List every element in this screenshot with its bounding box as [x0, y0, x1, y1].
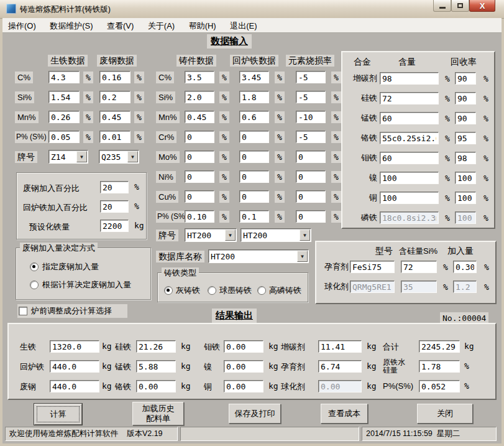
- pig-result-input[interactable]: [50, 340, 99, 353]
- load-history-button[interactable]: 加载历史 配料单: [132, 402, 184, 425]
- return-grade-select[interactable]: HT200 ▼: [241, 228, 311, 242]
- femn-recovery-input[interactable]: [455, 112, 476, 124]
- radio-gray-iron[interactable]: [164, 286, 173, 295]
- close-button[interactable]: X: [469, 0, 495, 12]
- fesi-result-input[interactable]: [136, 340, 176, 353]
- radio-ductile-iron[interactable]: [208, 286, 216, 295]
- burn-mn-input[interactable]: [296, 111, 326, 123]
- fesi-content-input[interactable]: [380, 92, 439, 105]
- return-mo-input[interactable]: [239, 151, 269, 163]
- cast-mo-input[interactable]: [185, 151, 214, 163]
- carburant-recovery-input[interactable]: [455, 72, 476, 85]
- burn-p-input[interactable]: [296, 210, 326, 223]
- agent-row: 孕育剂 % %: [320, 260, 492, 274]
- carburant-content-input[interactable]: [380, 72, 439, 85]
- fecr-result-input[interactable]: [136, 380, 176, 393]
- iron-type-options: 灰铸铁 球墨铸铁 高磷铸铁: [158, 284, 308, 297]
- scrap-si-input[interactable]: [99, 91, 131, 103]
- percent-label: %: [331, 191, 341, 203]
- save-print-button[interactable]: 保存及打印: [229, 404, 281, 424]
- cast-ni-input[interactable]: [185, 170, 214, 183]
- burn-mo-input[interactable]: [296, 151, 326, 163]
- return-c-input[interactable]: [239, 71, 269, 83]
- scrap-p-input[interactable]: [99, 131, 131, 143]
- inoculant-si-input[interactable]: [401, 261, 437, 273]
- return-cu-input[interactable]: [239, 190, 269, 203]
- burn-cr-input[interactable]: [296, 131, 326, 143]
- cast-p-input[interactable]: [185, 210, 214, 223]
- result-label: 钼铁: [204, 341, 220, 353]
- ni-recovery-input[interactable]: [455, 172, 476, 184]
- return-result-input[interactable]: [50, 360, 99, 373]
- menu-exit[interactable]: 退出(E): [224, 18, 262, 32]
- ni-content-input[interactable]: [380, 172, 439, 184]
- return-si-input[interactable]: [239, 91, 269, 103]
- femo-recovery-input[interactable]: [455, 152, 476, 164]
- burn-ni-input[interactable]: [296, 170, 326, 183]
- ps-result-input[interactable]: [419, 380, 460, 393]
- cast-c-input[interactable]: [185, 71, 214, 83]
- pig-si-input[interactable]: [48, 91, 80, 103]
- scrap-mode-option: 根据计算决定废钢加入量: [30, 278, 131, 292]
- furnace-adjust-checkbox[interactable]: [19, 307, 27, 315]
- database-select[interactable]: HT200 ▼: [208, 249, 309, 263]
- percent-label: %: [442, 152, 452, 164]
- pig-mn-input[interactable]: [48, 111, 80, 123]
- calculate-button[interactable]: 计算: [34, 404, 82, 425]
- menu-data-maintenance[interactable]: 数据维护(S): [44, 18, 98, 32]
- return-cr-input[interactable]: [239, 131, 269, 143]
- fecr-content-input[interactable]: [380, 132, 439, 144]
- femo-content-input[interactable]: [380, 152, 439, 164]
- pig-c-input[interactable]: [48, 71, 80, 83]
- burn-c-input[interactable]: [296, 71, 326, 83]
- femn-content-input[interactable]: [380, 112, 439, 124]
- fecr-recovery-input[interactable]: [455, 132, 476, 144]
- femo-result-input[interactable]: [224, 340, 263, 353]
- burn-cu-input[interactable]: [296, 190, 326, 203]
- radio-calc-scrap[interactable]: [30, 281, 39, 289]
- preset-iron-input[interactable]: [100, 220, 129, 232]
- cast-cr-input[interactable]: [185, 131, 214, 143]
- return-p-input[interactable]: [239, 210, 269, 223]
- total-result-input[interactable]: [419, 340, 460, 353]
- cu-recovery-input[interactable]: [455, 192, 476, 204]
- scrap-percent-input[interactable]: [100, 181, 129, 193]
- scrap-c-input[interactable]: [99, 71, 131, 83]
- fesi-recovery-input[interactable]: [455, 92, 476, 105]
- inoculant-result-input[interactable]: [318, 360, 362, 373]
- element-label: Mn%: [156, 111, 180, 123]
- menu-about[interactable]: 关于(A): [142, 18, 180, 32]
- cast-cu-input[interactable]: [185, 190, 214, 203]
- scrap-grade-select[interactable]: Q235 ▼: [99, 150, 139, 164]
- burn-si-input[interactable]: [296, 91, 326, 103]
- femn-result-input[interactable]: [136, 360, 176, 373]
- cast-mn-input[interactable]: [185, 111, 214, 123]
- inoculant-amount-input[interactable]: [453, 261, 477, 273]
- carburant-result-input[interactable]: [318, 340, 362, 353]
- cu-result-input[interactable]: [224, 380, 263, 393]
- alloy-row: 硅铁 % %: [346, 91, 491, 105]
- base-si-result-input[interactable]: [419, 360, 460, 373]
- radio-specify-scrap[interactable]: [30, 262, 39, 271]
- menu-view[interactable]: 查看(V): [101, 18, 139, 32]
- scrap-mn-input[interactable]: [99, 111, 131, 123]
- view-cost-button[interactable]: 查看成本: [321, 404, 368, 424]
- ni-result-input[interactable]: [224, 360, 263, 373]
- maximize-button[interactable]: [451, 0, 469, 12]
- return-mn-input[interactable]: [239, 111, 269, 123]
- minimize-button[interactable]: [433, 0, 451, 12]
- cast-si-input[interactable]: [185, 91, 214, 103]
- pig-p-input[interactable]: [48, 131, 80, 143]
- return-percent-input[interactable]: [100, 200, 129, 213]
- inoculant-model-input[interactable]: [350, 261, 395, 273]
- pig-grade-select[interactable]: Z14 ▼: [48, 150, 88, 164]
- menu-operate[interactable]: 操作(O): [2, 18, 42, 32]
- cast-grade-select[interactable]: HT200 ▼: [185, 228, 237, 242]
- radio-high-p-iron[interactable]: [257, 286, 266, 295]
- menu-help[interactable]: 帮助(H): [183, 18, 222, 32]
- return-ni-input[interactable]: [239, 170, 269, 183]
- cu-content-input[interactable]: [380, 192, 439, 204]
- statusbar-middle: [180, 427, 359, 441]
- scrap-result-input[interactable]: [50, 380, 99, 393]
- close-app-button[interactable]: 关闭: [417, 404, 473, 424]
